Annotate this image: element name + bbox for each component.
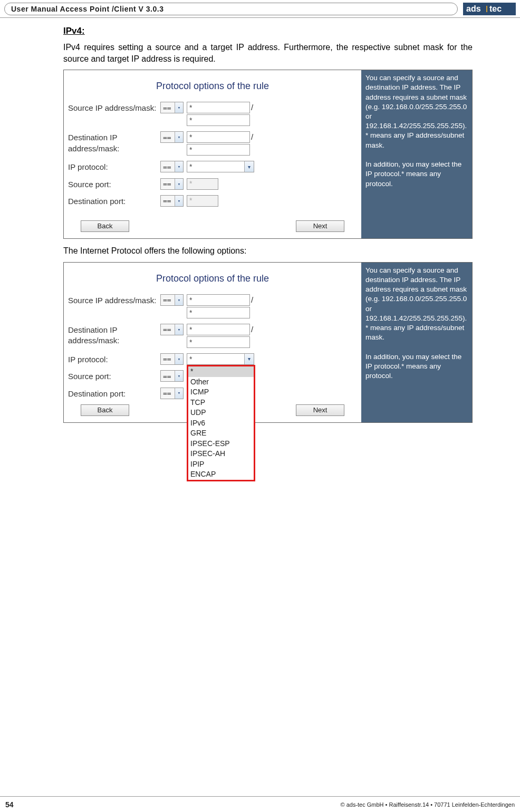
dest-mask-input[interactable]: * xyxy=(187,336,250,348)
op-text: == xyxy=(161,133,171,142)
source-ip-inputs: * / * xyxy=(187,102,254,126)
protocol-select-open[interactable]: * ▾ xyxy=(187,353,254,365)
chevron-down-icon: ▾ xyxy=(175,371,183,381)
source-port-input[interactable]: * xyxy=(187,178,218,190)
mid-paragraph: The Internet Protocol offers the followi… xyxy=(63,245,473,257)
next-button[interactable]: Next xyxy=(296,404,344,416)
chevron-down-icon: ▾ xyxy=(175,295,183,305)
source-ip-inputs: * / * xyxy=(187,294,254,318)
dest-ip-input[interactable]: * xyxy=(187,131,250,143)
source-ip-input[interactable]: * xyxy=(187,102,250,113)
chevron-down-icon: ▾ xyxy=(175,354,183,364)
label-dest-ip: Destination IP address/mask: xyxy=(68,324,160,346)
chevron-down-icon: ▾ xyxy=(175,161,183,172)
svg-rect-2 xyxy=(486,6,487,12)
source-ip-input[interactable]: * xyxy=(187,294,250,306)
page-header: User Manual Access Point /Client V 3.0.3… xyxy=(0,0,520,18)
op-select-dest-port[interactable]: == ▾ xyxy=(160,388,184,399)
op-text: == xyxy=(161,372,171,381)
label-ip-protocol: IP protocol: xyxy=(68,161,160,172)
op-text: == xyxy=(161,179,171,189)
label-source-ip: Source IP address/mask: xyxy=(68,294,160,306)
op-select-dest-ip[interactable]: == ▾ xyxy=(160,324,184,335)
row-ip-protocol: IP protocol: == ▾ * ▾ xyxy=(68,161,357,172)
row-source-ip-2: Source IP address/mask: == ▾ * / * xyxy=(68,294,357,318)
dropdown-item[interactable]: ICMP xyxy=(188,387,254,398)
dropdown-item[interactable]: UDP xyxy=(188,408,254,418)
source-mask-input[interactable]: * xyxy=(187,307,250,318)
slash: / xyxy=(251,132,253,142)
header-title-text: User Manual Access Point /Client V 3.0.3 xyxy=(11,5,163,13)
chevron-down-icon: ▾ xyxy=(175,388,183,399)
label-dest-port: Destination port: xyxy=(68,195,160,207)
panel1-main: Protocol options of the rule Source IP a… xyxy=(64,70,361,238)
intro-paragraph: IPv4 requires setting a source and a tar… xyxy=(63,42,473,64)
back-button[interactable]: Back xyxy=(81,404,129,416)
row-dest-ip: Destination IP address/mask: == ▾ * / * xyxy=(68,131,357,156)
dropdown-item[interactable]: IPSEC-ESP xyxy=(188,439,254,449)
protocol-value: * xyxy=(189,354,192,364)
op-select-protocol[interactable]: == ▾ xyxy=(160,161,184,172)
op-text: == xyxy=(161,389,171,398)
op-select-dest-port[interactable]: == ▾ xyxy=(160,195,184,207)
label-dest-ip: Destination IP address/mask: xyxy=(68,131,160,154)
op-text: == xyxy=(161,325,171,334)
protocol-value: * xyxy=(189,162,192,172)
dest-ip-inputs: * / * xyxy=(187,131,254,156)
dropdown-item[interactable]: TCP xyxy=(188,398,254,408)
back-button[interactable]: Back xyxy=(81,220,129,232)
dropdown-item[interactable]: IPSEC-AH xyxy=(188,449,254,459)
page-number: 54 xyxy=(5,800,14,809)
panel-protocol-options-1: Protocol options of the rule Source IP a… xyxy=(63,70,473,239)
row-source-port: Source port: == ▾ * xyxy=(68,178,357,190)
logo: ads tec xyxy=(463,2,516,16)
source-mask-input[interactable]: * xyxy=(187,114,250,126)
op-select-source-port[interactable]: == ▾ xyxy=(160,370,184,382)
copyright-text: © ads-tec GmbH • Raiffeisenstr.14 • 7077… xyxy=(340,801,515,808)
dropdown-item[interactable]: GRE xyxy=(188,428,254,439)
page-footer: 54 © ads-tec GmbH • Raiffeisenstr.14 • 7… xyxy=(0,796,520,812)
op-select-protocol[interactable]: == ▾ xyxy=(160,353,184,365)
row-source-ip: Source IP address/mask: == ▾ * / * xyxy=(68,102,357,126)
row-dest-ip-2: Destination IP address/mask: == ▾ * / * xyxy=(68,324,357,348)
label-source-port: Source port: xyxy=(68,370,160,382)
panel1-help: You can specify a source and destination… xyxy=(361,70,472,238)
chevron-down-icon: ▾ xyxy=(175,132,183,142)
header-title: User Manual Access Point /Client V 3.0.3 xyxy=(4,3,458,15)
panel2-help-text: You can specify a source and destination… xyxy=(365,266,467,380)
dest-port-input[interactable]: * xyxy=(187,195,218,207)
chevron-down-icon: ▾ xyxy=(175,196,183,206)
op-text: == xyxy=(161,295,171,305)
op-text: == xyxy=(161,196,171,206)
op-text: == xyxy=(161,162,171,172)
chevron-down-icon: ▾ xyxy=(175,324,183,335)
op-select-source-ip[interactable]: == ▾ xyxy=(160,102,184,113)
label-ip-protocol: IP protocol: xyxy=(68,353,160,365)
dest-ip-input[interactable]: * xyxy=(187,324,250,335)
panel2-title: Protocol options of the rule xyxy=(68,272,357,285)
label-source-ip: Source IP address/mask: xyxy=(68,102,160,113)
adstec-logo-icon: ads tec xyxy=(463,3,516,15)
protocol-dropdown[interactable]: * Other ICMP TCP UDP IPv6 GRE IPSEC-ESP … xyxy=(187,365,255,481)
dest-ip-inputs: * / * xyxy=(187,324,254,348)
chevron-down-icon: ▾ xyxy=(175,102,183,113)
dropdown-item[interactable]: Other xyxy=(188,377,254,388)
chevron-down-icon: ▾ xyxy=(244,161,254,172)
dest-mask-input[interactable]: * xyxy=(187,144,250,156)
op-select-dest-ip[interactable]: == ▾ xyxy=(160,131,184,143)
dropdown-item[interactable]: ENCAP xyxy=(188,469,254,480)
panel-protocol-options-2: Protocol options of the rule Source IP a… xyxy=(63,262,473,423)
op-select-source-ip[interactable]: == ▾ xyxy=(160,294,184,306)
chevron-down-icon: ▾ xyxy=(244,354,254,364)
next-button[interactable]: Next xyxy=(296,220,344,232)
op-text: == xyxy=(161,354,171,364)
slash: / xyxy=(251,102,253,113)
dropdown-item[interactable]: IPv6 xyxy=(188,418,254,429)
dropdown-item[interactable]: IPIP xyxy=(188,459,254,470)
protocol-select[interactable]: * ▾ xyxy=(187,161,254,172)
label-dest-port: Destination port: xyxy=(68,388,160,399)
row-dest-port: Destination port: == ▾ * xyxy=(68,195,357,207)
op-select-source-port[interactable]: == ▾ xyxy=(160,178,184,190)
dropdown-item[interactable]: * xyxy=(188,366,254,377)
panel1-help-text: You can specify a source and destination… xyxy=(365,74,467,187)
